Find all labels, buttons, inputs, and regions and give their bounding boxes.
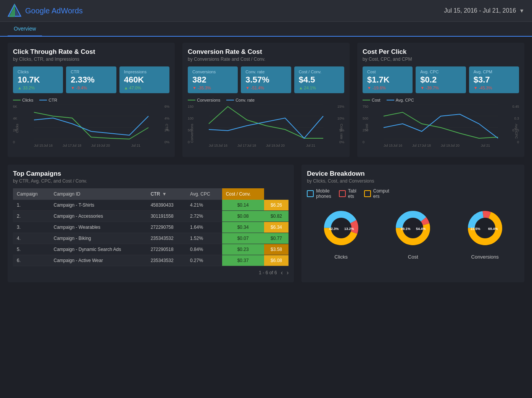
- legend-conv-rate-label: Conv. rate: [235, 98, 255, 102]
- svg-text:Jul 18: Jul 18: [72, 144, 81, 147]
- stat-conv-rate-label: Conv. rate: [245, 70, 286, 74]
- legend-avg-cpc-line: [387, 100, 394, 100]
- td-conv: $6.26: [264, 200, 289, 211]
- legend-mobile: Mobilephones: [307, 188, 331, 199]
- td-id: 235343532: [147, 233, 186, 244]
- logo-area: Google AdWords: [8, 4, 83, 18]
- legend-conv-rate: Conv. rate: [226, 98, 255, 102]
- td-cpc: $0.23: [222, 244, 264, 255]
- stat-ctr: CTR 2.33% ▼ -9.4%: [66, 66, 116, 93]
- td-ctr: 2.72%: [186, 211, 222, 222]
- campaign-table: Campaign Campaign ID CTR ▼ Avg. CPC Cost…: [13, 188, 289, 266]
- td-conv: $3.58: [264, 244, 289, 255]
- stat-impressions-change: ▲ 47.0%: [124, 86, 165, 90]
- adwords-logo-icon: [8, 4, 21, 18]
- svg-text:Jul 16: Jul 16: [44, 144, 53, 147]
- td-ctr: 4.21%: [186, 200, 222, 211]
- y-label-conv-rate: Conv. rate: [340, 124, 343, 139]
- legend-clicks-line: [13, 100, 21, 100]
- svg-text:22.5%: 22.5%: [471, 227, 480, 231]
- device-title: Device Breakdown: [307, 170, 519, 178]
- svg-text:Jul 20: Jul 20: [101, 144, 110, 147]
- cpc-title: Cost Per Click: [363, 48, 519, 56]
- th-cpc[interactable]: Avg. CPC: [186, 188, 222, 200]
- svg-marker-3: [9, 5, 15, 17]
- y-label-avg-cpc: Avg. CPC: [514, 124, 518, 139]
- td-num: 4.: [13, 233, 50, 244]
- date-range-dropdown-icon[interactable]: ▼: [519, 8, 524, 14]
- stat-conv-label: Conversions: [192, 70, 233, 74]
- donut-conversions-label: Conversions: [471, 254, 499, 260]
- cpc-subtitle: by Cost, CPC, and CPM: [363, 57, 519, 62]
- stat-ctr-change: ▼ -9.4%: [71, 86, 111, 90]
- legend-avg-cpc: Avg. CPC: [387, 98, 414, 102]
- campaigns-subtitle: by CTR, Avg. CPC, and Cost / Conv.: [13, 178, 289, 184]
- svg-text:Jul 21: Jul 21: [306, 144, 315, 147]
- stat-impressions-value: 460K: [124, 75, 165, 85]
- y-label-clicks: Clicks: [15, 124, 19, 133]
- conv-rate-title: Conversion Rate & Cost: [188, 48, 344, 56]
- stat-ctr-label: CTR: [71, 70, 111, 74]
- stat-clicks-label: Clicks: [18, 70, 58, 74]
- th-campaign[interactable]: Campaign: [13, 188, 50, 200]
- td-campaign: Campaign - Dynamic Search Ads: [50, 244, 147, 255]
- cpc-legend: Cost Avg. CPC: [363, 98, 519, 102]
- svg-text:42.3%: 42.3%: [329, 227, 339, 231]
- svg-text:Jul 19: Jul 19: [266, 144, 275, 147]
- svg-text:Jul 19: Jul 19: [91, 144, 100, 147]
- svg-text:Jul 18: Jul 18: [247, 144, 256, 147]
- bottom-row: Top Campaigns by CTR, Avg. CPC, and Cost…: [8, 165, 524, 282]
- th-conv[interactable]: Cost / Conv.: [222, 188, 264, 200]
- svg-text:Jul 17: Jul 17: [412, 144, 421, 147]
- stat-conv-rate: Conv. rate 3.57% ▼ -51.4%: [241, 66, 291, 93]
- stat-avg-cpc-label: Avg. CPC: [420, 70, 461, 74]
- nav-bar: Overview: [0, 22, 532, 37]
- donut-conversions: 22.5% 69.4% Conversions: [462, 205, 508, 260]
- y-label-conversions: Conversions: [190, 124, 194, 143]
- legend-conv-line: [188, 100, 195, 100]
- td-campaign: Campaign - Biking: [50, 233, 147, 244]
- stat-conv-rate-value: 3.57%: [245, 75, 286, 85]
- stat-impressions: Impressions 460K ▲ 47.0%: [119, 66, 169, 93]
- svg-text:Jul 18: Jul 18: [422, 144, 431, 147]
- stat-conversions: Conversions 382 ▼ -35.3%: [188, 66, 238, 93]
- top-panels-row: Click Through Rate & Cost by Clicks, CTR…: [8, 43, 524, 157]
- pager-prev-button[interactable]: ‹: [281, 269, 283, 276]
- campaigns-panel: Top Campaigns by CTR, Avg. CPC, and Cost…: [8, 165, 294, 282]
- chart-2-svg: Jul 15 Jul 16 Jul 17 Jul 18 Jul 19 Jul 2…: [198, 105, 334, 150]
- stat-ctr-value: 2.33%: [71, 75, 111, 85]
- table-row: 6. Campaign - Active Wear 235343532 0.27…: [13, 255, 289, 266]
- td-num: 1.: [13, 200, 50, 211]
- td-id: 301191558: [147, 211, 186, 222]
- campaigns-title: Top Campaigns: [13, 170, 289, 178]
- td-campaign: Campaign - Accessories: [50, 211, 147, 222]
- td-ctr: 1.52%: [186, 233, 222, 244]
- stat-cost-conv-change: ▲ 24.1%: [299, 86, 340, 90]
- nav-overview[interactable]: Overview: [8, 22, 42, 37]
- td-num: 5.: [13, 244, 50, 255]
- date-range[interactable]: Jul 15, 2016 - Jul 21, 2016 ▼: [444, 7, 524, 14]
- stat-cost-conv-value: $4.5: [299, 75, 340, 85]
- y-label-cost: Cost: [365, 124, 369, 131]
- svg-text:69.4%: 69.4%: [488, 227, 498, 231]
- mobile-label: Mobilephones: [316, 188, 331, 199]
- pager-text: 1 - 6 of 6: [259, 270, 277, 275]
- stat-avg-cpc-value: $0.2: [420, 75, 461, 85]
- donut-clicks: 42.3% 13.2% Clicks: [318, 205, 364, 260]
- svg-text:Jul 15: Jul 15: [209, 144, 218, 147]
- cpc-panel: Cost Per Click by Cost, CPC, and CPM Cos…: [357, 43, 524, 157]
- svg-text:Jul 19: Jul 19: [441, 144, 450, 147]
- legend-cost: Cost: [363, 98, 380, 102]
- y-label-ctr: CTR: [165, 124, 169, 131]
- th-id[interactable]: Campaign ID: [50, 188, 147, 200]
- th-ctr[interactable]: CTR ▼: [147, 188, 186, 200]
- td-id: 272290518: [147, 244, 186, 255]
- ctr-cost-panel: Click Through Rate & Cost by Clicks, CTR…: [8, 43, 175, 157]
- conv-rate-panel: Conversion Rate & Cost by Conversions Ra…: [182, 43, 350, 157]
- svg-text:13.2%: 13.2%: [344, 227, 354, 231]
- legend-clicks: Clicks: [13, 98, 33, 102]
- legend-ctr-label: CTR: [48, 98, 57, 102]
- pager-next-button[interactable]: ›: [287, 269, 289, 276]
- donut-cost: 39.1% 54.4% Cost: [390, 205, 436, 260]
- td-conv: $0.77: [264, 233, 289, 244]
